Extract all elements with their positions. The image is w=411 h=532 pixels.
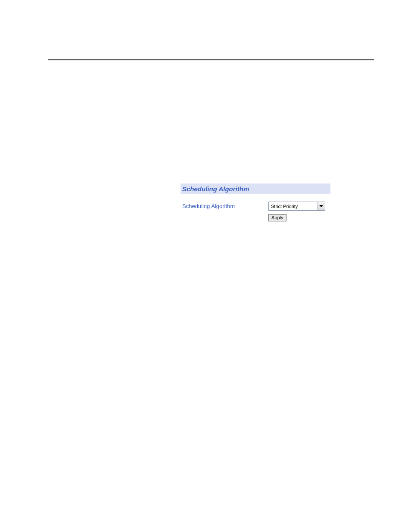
dropdown-button[interactable] xyxy=(317,202,325,210)
chevron-down-icon xyxy=(319,205,323,207)
scheduling-algorithm-select[interactable]: Strict Priority xyxy=(268,202,325,211)
apply-button[interactable]: Apply xyxy=(268,214,286,221)
panel-body: Scheduling Algorithm Strict Priority App… xyxy=(181,202,330,221)
panel-title: Scheduling Algorithm xyxy=(182,185,249,193)
horizontal-rule xyxy=(48,59,374,60)
scheduling-algorithm-panel: Scheduling Algorithm Scheduling Algorith… xyxy=(181,184,330,221)
svg-marker-0 xyxy=(319,205,323,207)
panel-header: Scheduling Algorithm xyxy=(181,184,330,194)
select-value-text: Strict Priority xyxy=(269,204,317,209)
scheduling-algorithm-row: Scheduling Algorithm Strict Priority xyxy=(181,202,330,211)
scheduling-algorithm-label: Scheduling Algorithm xyxy=(181,203,268,209)
